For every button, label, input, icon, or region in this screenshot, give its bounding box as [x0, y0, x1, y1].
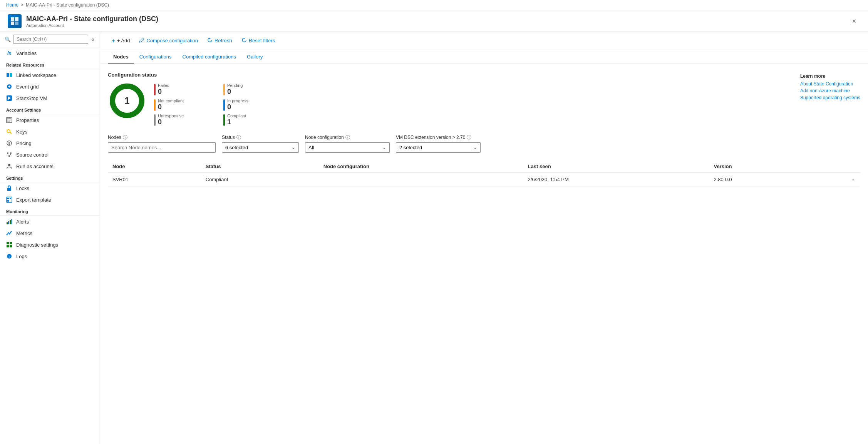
status-unresponsive: Unresponsive 0 — [154, 114, 216, 127]
nodes-table: Node Status Node configuration Last seen… — [108, 160, 860, 187]
compose-configuration-button[interactable]: Compose configuration — [135, 35, 202, 46]
sidebar-item-linked-workspace[interactable]: Linked workspace — [0, 69, 100, 81]
compliant-bar — [223, 114, 225, 126]
toolbar: + + Add Compose configuration Refresh R — [100, 32, 868, 50]
node-configuration — [319, 172, 523, 186]
unresponsive-bar — [154, 114, 156, 126]
row-actions-button[interactable]: ··· — [811, 172, 860, 186]
start-stop-vm-icon — [6, 95, 12, 101]
sidebar-item-properties[interactable]: Properties — [0, 114, 100, 126]
pricing-icon: $ — [6, 140, 12, 146]
not-compliant-bar — [154, 99, 156, 111]
learn-more-add-non-azure[interactable]: Add non-Azure machine — [800, 88, 860, 93]
event-grid-icon — [6, 83, 12, 90]
vm-dsc-select-wrapper: 2 selected — [396, 142, 481, 153]
sidebar-item-diagnostic-settings[interactable]: Diagnostic settings — [0, 239, 100, 250]
sidebar-item-locks[interactable]: Locks — [0, 182, 100, 194]
in-progress-count: 0 — [227, 103, 248, 112]
node-config-select-wrapper: All — [305, 142, 390, 153]
refresh-icon — [207, 37, 213, 44]
sidebar-item-variables[interactable]: fx Variables — [0, 47, 100, 59]
variables-icon: fx — [6, 50, 12, 56]
node-config-select[interactable]: All — [305, 142, 390, 153]
collapse-button[interactable]: « — [90, 35, 95, 43]
svg-point-19 — [10, 152, 12, 154]
svg-text:i: i — [9, 255, 10, 259]
linked-workspace-label: Linked workspace — [16, 72, 56, 78]
sidebar-item-run-as-accounts[interactable]: Run as accounts — [0, 160, 100, 172]
svg-rect-12 — [7, 119, 11, 119]
reset-icon — [241, 37, 247, 44]
sidebar-item-alerts[interactable]: Alerts — [0, 216, 100, 227]
close-button[interactable]: × — [848, 15, 860, 27]
search-input[interactable] — [13, 35, 88, 44]
sidebar-item-source-control[interactable]: Source control — [0, 149, 100, 160]
page-title-group: MAIC-AA-Pri - State configuration (DSC) … — [26, 15, 158, 28]
related-resources-section: Related Resources — [0, 59, 100, 69]
tab-configurations[interactable]: Configurations — [134, 50, 177, 64]
status-failed: Failed 0 — [154, 83, 216, 96]
page-header: MAIC-AA-Pri - State configuration (DSC) … — [0, 10, 868, 32]
node-status: Compliant — [201, 172, 319, 186]
unresponsive-label: Unresponsive — [158, 114, 184, 118]
learn-more-about-state-config[interactable]: About State Configuration — [800, 81, 860, 87]
svg-rect-25 — [10, 198, 11, 199]
svg-rect-5 — [10, 73, 12, 77]
svg-point-32 — [8, 232, 9, 234]
breadcrumb-current: MAIC-AA-Pri - State configuration (DSC) — [26, 2, 109, 8]
col-node: Node — [108, 160, 201, 173]
tab-nodes[interactable]: Nodes — [108, 50, 134, 64]
status-select[interactable]: 6 selected — [222, 142, 299, 153]
svg-point-33 — [9, 234, 10, 235]
table-row: SVR01 Compliant 2/6/2020, 1:54 PM 2.80.0… — [108, 172, 860, 186]
alerts-icon — [6, 219, 12, 225]
settings-section: Settings — [0, 172, 100, 182]
failed-label: Failed — [158, 83, 169, 88]
tab-compiled-configurations[interactable]: Compiled configurations — [177, 50, 241, 64]
add-button[interactable]: + + Add — [108, 35, 134, 46]
svg-point-31 — [7, 234, 8, 235]
reset-filters-button[interactable]: Reset filters — [238, 35, 279, 46]
sidebar-item-start-stop-vm[interactable]: Start/Stop VM — [0, 92, 100, 104]
vm-dsc-filter-group: VM DSC extension version > 2.70 ⓘ 2 sele… — [396, 134, 481, 153]
refresh-button[interactable]: Refresh — [203, 35, 236, 46]
compliant-count: 1 — [227, 118, 246, 127]
node-config-filter-group: Node configuration ⓘ All — [305, 134, 390, 153]
failed-count: 0 — [158, 88, 169, 96]
run-as-accounts-label: Run as accounts — [16, 164, 54, 169]
main-content: + + Add Compose configuration Refresh R — [100, 32, 868, 444]
sidebar-item-export-template[interactable]: Export template — [0, 194, 100, 205]
vm-dsc-info-icon: ⓘ — [467, 134, 471, 141]
sidebar-item-metrics[interactable]: Metrics — [0, 227, 100, 239]
status-in-progress: In progress 0 — [223, 98, 285, 112]
status-not-compliant: Not compliant 0 — [154, 98, 216, 112]
node-name: SVR01 — [108, 172, 201, 186]
svg-rect-28 — [8, 221, 9, 224]
logs-icon: i — [6, 253, 12, 259]
donut-value: 1 — [124, 95, 129, 106]
sidebar-item-keys[interactable]: Keys — [0, 126, 100, 137]
keys-icon — [6, 129, 12, 135]
in-progress-label: In progress — [227, 98, 248, 103]
status-grid: Failed 0 Pending 0 — [154, 82, 285, 127]
tab-gallery[interactable]: Gallery — [241, 50, 268, 64]
filters-section: Nodes ⓘ Status ⓘ 6 selected — [108, 134, 860, 153]
learn-more-section: Learn more About State Configuration Add… — [800, 72, 860, 102]
sidebar-item-label: Variables — [16, 50, 37, 56]
locks-icon — [6, 185, 12, 191]
sidebar-item-logs[interactable]: i Logs — [0, 250, 100, 262]
nodes-search-input[interactable] — [108, 142, 216, 153]
svg-rect-38 — [10, 245, 12, 247]
compose-icon — [139, 37, 144, 44]
learn-more-supported-os[interactable]: Supported operating systems — [800, 95, 860, 100]
breadcrumb-home[interactable]: Home — [6, 2, 18, 8]
vm-dsc-select[interactable]: 2 selected — [396, 142, 481, 153]
status-compliant: Compliant 1 — [223, 114, 285, 127]
failed-bar — [154, 84, 156, 95]
search-icon: 🔍 — [5, 37, 11, 42]
export-template-label: Export template — [16, 197, 51, 203]
pending-bar — [223, 84, 225, 95]
status-filter-group: Status ⓘ 6 selected — [222, 134, 299, 153]
sidebar-item-pricing[interactable]: $ Pricing — [0, 137, 100, 149]
sidebar-item-event-grid[interactable]: Event grid — [0, 81, 100, 92]
